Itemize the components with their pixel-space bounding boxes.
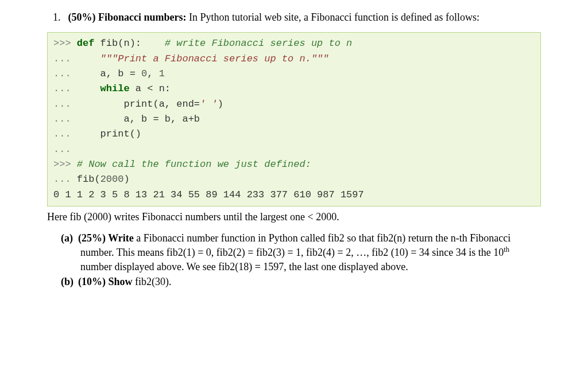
code-text: ) <box>123 174 129 185</box>
code-prompt: >>> <box>53 38 77 49</box>
code-text: b, a <box>159 114 188 124</box>
part-a-label: (a) <box>61 231 78 245</box>
code-prompt: ... <box>53 68 71 79</box>
part-b-lead: Show <box>109 276 133 287</box>
code-number: 1 <box>159 68 165 79</box>
code-text: a, b <box>71 68 130 79</box>
question-weight: (50%) <box>68 11 96 23</box>
part-a: (a)(25%) Write a Fibonacci number functi… <box>80 231 541 274</box>
code-text: ) <box>218 99 223 110</box>
code-prompt: ... <box>53 114 71 124</box>
code-keyword-def: def <box>77 38 95 49</box>
code-output: 0 1 1 2 3 5 8 13 21 34 55 89 144 233 377… <box>53 189 364 200</box>
part-a-text1: a Fibonacci number function in Python ca… <box>80 232 510 258</box>
part-a-weight: (25%) <box>78 232 106 244</box>
code-comment: # write Fibonacci series up to n <box>165 38 352 49</box>
code-text: fib( <box>71 174 100 185</box>
code-text: print(a, end <box>71 99 194 110</box>
code-text: b <box>194 114 200 124</box>
code-prompt: ... <box>53 128 71 139</box>
question-number: 1. <box>53 10 65 24</box>
part-b-weight: (10%) <box>78 276 106 287</box>
part-b-label: (b) <box>61 275 78 289</box>
after-code-text: Here fib (2000) writes Fibonacci numbers… <box>47 211 541 223</box>
code-string: ' ' <box>200 99 218 110</box>
part-a-lead: Write <box>108 232 134 244</box>
part-b-text: fib2(30). <box>133 276 172 287</box>
code-prompt: ... <box>53 99 71 110</box>
code-text <box>136 68 141 79</box>
question-intro-text: In Python tutorial web site, a Fibonacci… <box>187 11 479 23</box>
code-text: a <box>130 83 148 94</box>
code-comment: # Now call the function we just defined: <box>77 159 311 170</box>
code-keyword-while: while <box>71 83 130 94</box>
code-prompt: ... <box>53 83 71 94</box>
ordinal-sup: th <box>504 245 509 254</box>
part-b: (b)(10%) Show fib2(30). <box>80 275 541 289</box>
code-op: = <box>153 114 158 124</box>
code-op: = <box>130 68 136 79</box>
code-prompt: ... <box>53 174 71 185</box>
code-block: >>> def fib(n): # write Fibonacci series… <box>47 32 541 206</box>
code-text: n: <box>153 83 171 94</box>
code-text: , <box>147 68 158 79</box>
code-text: fib(n): <box>94 38 164 49</box>
part-a-text2: number displayed above. We see fib2(18) … <box>80 261 408 272</box>
question-title: Fibonacci numbers: <box>98 11 187 23</box>
code-op: < <box>147 83 153 94</box>
document-page: 1. (50%) Fibonacci numbers: In Python tu… <box>0 0 588 382</box>
code-text: print() <box>71 128 141 139</box>
code-string: """Print a Fibonacci series up to n.""" <box>71 53 329 64</box>
code-text: a, b <box>71 114 153 124</box>
question-intro: 1. (50%) Fibonacci numbers: In Python tu… <box>68 10 541 24</box>
code-number: 2000 <box>100 174 124 185</box>
code-prompt: >>> <box>53 159 77 170</box>
code-op: = <box>194 99 200 110</box>
subparts: (a)(25%) Write a Fibonacci number functi… <box>80 231 541 289</box>
code-prompt: ... <box>53 53 71 64</box>
code-number: 0 <box>141 68 147 79</box>
code-op: + <box>188 114 194 124</box>
code-prompt: ... <box>53 144 71 155</box>
